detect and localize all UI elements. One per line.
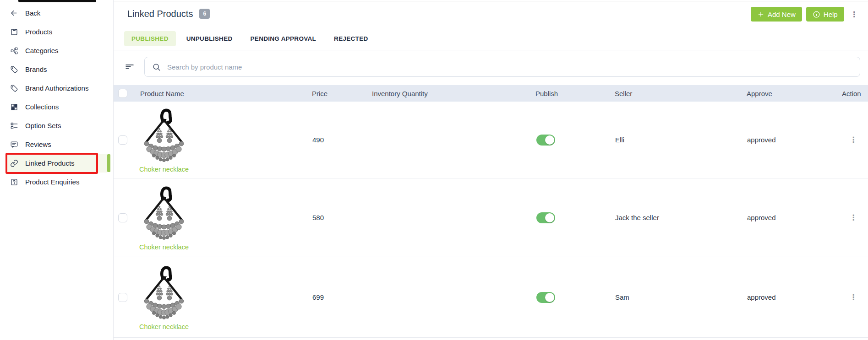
approve-status: approved	[742, 136, 837, 144]
select-all-checkbox[interactable]	[118, 89, 127, 98]
search-icon	[152, 63, 161, 71]
filter-icon[interactable]	[124, 61, 136, 73]
column-header-price: Price	[307, 90, 367, 97]
toggle-knob	[545, 293, 554, 302]
add-new-label: Add New	[768, 11, 796, 18]
content-header: Linked Products 6 Add New Help ⋮	[114, 0, 868, 27]
tab-unpublished[interactable]: UNPUBLISHED	[179, 31, 240, 46]
seller-value: Elli	[610, 136, 742, 144]
search-box	[144, 57, 860, 77]
toggle-knob	[545, 135, 554, 145]
sidebar-item-label: Brands	[25, 65, 47, 73]
page-title: Linked Products	[127, 9, 193, 19]
product-name-link[interactable]: Choker necklace	[136, 243, 192, 251]
link-icon	[10, 159, 18, 167]
publish-toggle[interactable]	[536, 292, 555, 303]
sidebar-item-label: Collections	[25, 103, 59, 111]
publish-toggle[interactable]	[536, 135, 555, 146]
sidebar-item-brands[interactable]: Brands	[0, 60, 113, 79]
row-kebab-menu-icon[interactable]: ⋮	[850, 293, 857, 301]
column-header-approve: Approve	[742, 90, 837, 97]
tab-rejected[interactable]: REJECTED	[327, 31, 375, 46]
select-checkbox[interactable]	[118, 213, 127, 222]
price-value: 490	[307, 136, 367, 144]
sidebar-item-collections[interactable]: Collections	[0, 97, 113, 116]
sidebar-item-label: Linked Products	[25, 159, 75, 167]
sidebar-item-back[interactable]: Back	[0, 4, 113, 22]
linked-products-page: Back Products Categories Brands	[0, 0, 868, 340]
help-button[interactable]: Help	[806, 7, 844, 22]
add-new-button[interactable]: Add New	[751, 7, 802, 22]
sidebar-menu: Back Products Categories Brands	[0, 4, 113, 191]
sidebar-item-option-sets[interactable]: Option Sets	[0, 116, 113, 135]
sidebar-item-label: Product Enquiries	[25, 178, 79, 186]
main-content: Linked Products 6 Add New Help ⋮	[114, 0, 868, 340]
sidebar: Back Products Categories Brands	[0, 0, 114, 340]
price-value: 580	[307, 214, 367, 221]
sidebar-item-label: Categories	[25, 47, 59, 54]
price-value: 699	[307, 293, 367, 301]
toggle-knob	[545, 213, 554, 222]
sidebar-item-label: Products	[25, 28, 52, 36]
sidebar-item-categories[interactable]: Categories	[0, 41, 113, 60]
info-icon	[813, 11, 820, 18]
choker-necklace-image[interactable]	[136, 107, 192, 164]
plus-icon	[757, 11, 764, 18]
checklist-icon	[10, 121, 18, 130]
sidebar-item-label: Back	[25, 9, 40, 17]
tag-icon	[10, 65, 18, 74]
row-kebab-menu-icon[interactable]: ⋮	[850, 214, 857, 221]
tab-published[interactable]: PUBLISHED	[124, 31, 176, 46]
row-kebab-menu-icon[interactable]: ⋮	[850, 136, 857, 144]
column-header-inventory-quantity: Inventory Quantity	[367, 90, 531, 97]
approve-status: approved	[742, 214, 837, 221]
table-row: Choker necklace 699 Sam approved ⋮	[114, 257, 868, 338]
table-header: Product Name Price Inventory Quantity Pu…	[114, 85, 868, 102]
column-header-action: Action	[837, 90, 868, 97]
status-tabs: PUBLISHED UNPUBLISHED PENDING APPROVAL R…	[114, 27, 868, 50]
package-icon	[10, 27, 18, 36]
sidebar-item-products[interactable]: Products	[0, 22, 113, 41]
product-name-link[interactable]: Choker necklace	[136, 166, 192, 173]
select-checkbox[interactable]	[118, 293, 127, 302]
arrow-left-icon	[10, 9, 18, 17]
sidebar-item-reviews[interactable]: Reviews	[0, 135, 113, 154]
approve-status: approved	[742, 293, 837, 301]
sidebar-item-label: Brand Authorizations	[25, 84, 88, 92]
top-overlay-bar	[18, 0, 96, 2]
sitemap-icon	[10, 46, 18, 55]
sidebar-item-label: Option Sets	[25, 122, 61, 130]
search-input[interactable]	[161, 63, 860, 71]
seller-value: Jack the seller	[610, 214, 742, 221]
tab-pending-approval[interactable]: PENDING APPROVAL	[243, 31, 324, 46]
comment-icon	[10, 140, 18, 149]
publish-toggle[interactable]	[536, 212, 555, 223]
choker-necklace-image[interactable]	[136, 264, 192, 321]
grid-icon	[10, 103, 18, 111]
product-name-link[interactable]: Choker necklace	[136, 323, 192, 330]
table-row: Choker necklace 580 Jack the seller appr…	[114, 178, 868, 257]
seller-value: Sam	[610, 293, 742, 301]
column-header-product-name: Product Name	[136, 90, 307, 97]
sidebar-item-brand-authorizations[interactable]: Brand Authorizations	[0, 79, 113, 97]
tag-icon	[10, 84, 18, 92]
help-label: Help	[824, 11, 838, 18]
choker-necklace-image[interactable]	[136, 185, 192, 242]
table-row: Choker necklace 490 Elli approved ⋮	[114, 102, 868, 178]
header-actions: Add New Help ⋮	[751, 7, 860, 22]
sidebar-item-linked-products[interactable]: Linked Products	[0, 154, 113, 173]
column-header-publish: Publish	[531, 90, 610, 97]
kebab-menu-icon[interactable]: ⋮	[848, 7, 860, 22]
question-icon	[10, 178, 18, 186]
select-checkbox[interactable]	[118, 135, 127, 145]
search-toolbar	[114, 50, 868, 85]
sidebar-item-label: Reviews	[25, 140, 51, 148]
column-header-seller: Seller	[610, 90, 742, 97]
sidebar-item-product-enquiries[interactable]: Product Enquiries	[0, 173, 113, 191]
count-badge: 6	[199, 9, 210, 19]
